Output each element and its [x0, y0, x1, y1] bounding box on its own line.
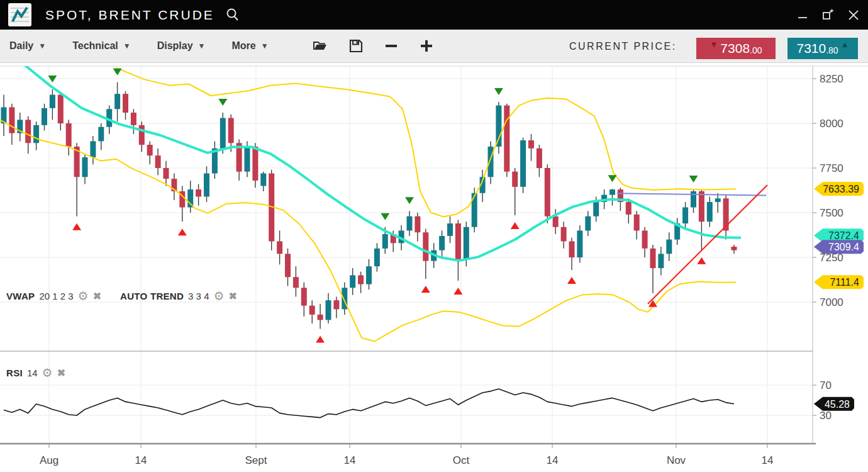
candle-body [520, 140, 526, 187]
zoom-out-icon[interactable] [384, 39, 398, 53]
rsi-line [4, 389, 734, 418]
candle-body [139, 125, 145, 145]
ask-price-button[interactable]: 7310 .80 ▲ [787, 38, 858, 59]
auto-trend-remove-icon[interactable]: ✖ [229, 291, 237, 301]
x-axis-label: 14 [762, 454, 774, 466]
candle-body [82, 157, 88, 177]
candle-body [155, 155, 161, 168]
sell-signal-icon [381, 213, 389, 220]
bid-price-value: 7308 [720, 41, 750, 56]
candle-body [415, 216, 420, 233]
candle-body [512, 172, 518, 187]
x-axis-label: Oct [453, 454, 470, 466]
menu-more[interactable]: More▼ [231, 40, 268, 52]
price-badge-value: 7111.4 [830, 277, 859, 288]
candle-body [455, 223, 461, 259]
x-axis-label: 14 [547, 454, 559, 466]
candle-body [366, 266, 372, 284]
candle-body [147, 145, 153, 155]
price-badge-value: 7372.4 [828, 230, 859, 241]
candle-body [561, 227, 567, 242]
y-axis-label: 7750 [820, 162, 843, 174]
candle-body [123, 94, 128, 113]
candle-body [285, 254, 291, 277]
x-axis-label: Sept [245, 454, 267, 466]
candle-body [577, 230, 582, 257]
candle-body [666, 240, 672, 254]
price-badge-value: 45.28 [825, 399, 850, 410]
candle-body [382, 234, 388, 249]
candle-body [90, 141, 96, 157]
candle-body [732, 247, 737, 250]
vwap-remove-icon[interactable]: ✖ [93, 291, 101, 301]
popout-button[interactable] [821, 9, 834, 21]
candle-body [553, 216, 559, 227]
ask-price-value: 7310 [796, 41, 826, 56]
auto-trend-settings-gear-icon[interactable]: ⚙ [213, 290, 224, 302]
candle-body [658, 254, 664, 268]
vwap-settings-gear-icon[interactable]: ⚙ [78, 290, 89, 302]
vwap-label: VWAP [6, 291, 35, 301]
candle-body [66, 123, 72, 147]
candle-body [569, 241, 575, 257]
candle-body [464, 227, 469, 259]
candle-body [98, 127, 104, 142]
chevron-down-icon: ▼ [261, 42, 269, 50]
candle-body [164, 168, 169, 179]
menu-display[interactable]: Display▼ [157, 40, 206, 52]
candle-body [699, 191, 704, 222]
candle-body [260, 174, 266, 186]
rsi-axis-label: 70 [820, 379, 832, 391]
candle-body [318, 315, 323, 320]
candle-body [301, 288, 307, 305]
candle-body [333, 300, 339, 309]
candle-body [196, 189, 201, 196]
bid-price-button[interactable]: ▼ 7308 .00 [696, 38, 776, 59]
close-icon[interactable] [848, 9, 859, 21]
x-axis-label: 14 [344, 454, 356, 466]
app-logo-icon [8, 3, 31, 26]
candle-body [488, 147, 494, 177]
price-chart[interactable]: 8250800077507500725070007030Aug14Sept14O… [0, 63, 868, 472]
minimize-button[interactable] [798, 10, 808, 20]
price-badge-value: 7633.39 [823, 184, 859, 194]
rsi-remove-icon[interactable]: ✖ [57, 368, 65, 378]
chevron-down-icon: ▼ [38, 42, 46, 50]
open-folder-icon[interactable] [313, 39, 328, 53]
candle-body [585, 216, 591, 231]
candle-body [58, 95, 64, 123]
rsi-settings-gear-icon[interactable]: ⚙ [42, 367, 53, 379]
y-axis-label: 7500 [820, 207, 843, 219]
menu-technical[interactable]: Technical▼ [72, 40, 131, 52]
candle-body [220, 118, 226, 148]
toolbar: Daily▼ Technical▼ Display▼ More▼ CURRENT… [0, 30, 868, 63]
candle-body [245, 147, 250, 172]
x-axis-label: 14 [135, 454, 147, 466]
buy-signal-icon [178, 228, 187, 235]
candle-body [9, 107, 14, 133]
y-axis-label: 7000 [820, 296, 843, 308]
auto-trend-params: 3 3 4 [188, 291, 209, 301]
rsi-axis-label: 30 [820, 410, 832, 422]
search-icon[interactable] [225, 7, 241, 23]
save-icon[interactable] [349, 39, 363, 53]
candle-body [504, 106, 509, 172]
zoom-in-icon[interactable] [420, 39, 433, 53]
menu-daily[interactable]: Daily▼ [9, 40, 46, 52]
y-axis-label: 8250 [820, 73, 843, 85]
candle-body [252, 147, 258, 181]
x-axis-label: Nov [667, 454, 686, 466]
buy-signal-icon [72, 223, 81, 230]
buy-signal-icon [316, 336, 325, 343]
x-axis-label: Aug [40, 454, 58, 466]
vwap-line [0, 63, 741, 261]
candle-body [447, 223, 453, 236]
candle-body [293, 277, 299, 288]
sell-signal-icon [689, 176, 698, 183]
rsi-legend: RSI 14 ⚙ ✖ [6, 367, 65, 379]
candle-body [407, 216, 413, 231]
candle-body [528, 140, 534, 149]
candle-body [25, 120, 31, 143]
candle-body [545, 168, 550, 216]
candle-body [228, 118, 234, 143]
